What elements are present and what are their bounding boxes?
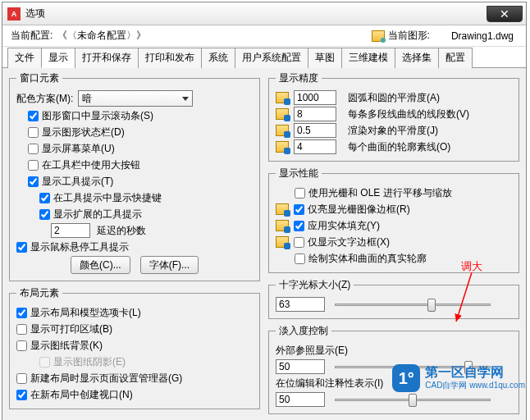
precision-1-label: 每条多段线曲线的线段数(V) (348, 107, 469, 121)
tab-0[interactable]: 文件 (7, 48, 42, 68)
layout-item-3-label: 显示图纸阴影(E) (53, 355, 126, 369)
window-item-3-checkbox[interactable] (28, 160, 39, 171)
performance-4-checkbox[interactable] (295, 253, 305, 264)
color-scheme-select[interactable]: 暗 (78, 90, 193, 107)
window-item-0-label: 图形窗口中显示滚动条(S) (42, 109, 153, 123)
performance-2-label: 应用实体填充(Y) (308, 219, 380, 233)
display-precision-group: 显示精度 1000圆弧和圆的平滑度(A)8每条多段线曲线的线段数(V)0.5渲染… (268, 71, 519, 162)
titlebar: A 选项 ✕ (2, 2, 526, 25)
window-item-3-label: 在工具栏中使用大按钮 (42, 158, 140, 172)
tab-2[interactable]: 打开和保存 (75, 48, 139, 68)
color-scheme-label: 配色方案(M): (16, 92, 73, 106)
window-item-1-checkbox[interactable] (28, 127, 39, 138)
hover-tooltip-label: 显示鼠标悬停工具提示 (30, 240, 129, 254)
precision-1-input[interactable]: 8 (294, 107, 336, 121)
close-button[interactable]: ✕ (487, 6, 523, 22)
window-elements-group: 窗口元素 配色方案(M): 暗 图形窗口中显示滚动条(S)显示图形状态栏(D)显… (9, 71, 260, 281)
performance-1-checkbox[interactable] (294, 204, 304, 215)
performance-4-label: 绘制实体和曲面的真实轮廓 (308, 252, 427, 266)
performance-0-label: 使用光栅和 OLE 进行平移与缩放 (308, 186, 452, 200)
display-performance-legend: 显示性能 (276, 167, 322, 180)
chevron-down-icon (182, 97, 189, 101)
performance-icon (276, 220, 289, 231)
tab-4[interactable]: 系统 (201, 48, 235, 68)
performance-icon (276, 203, 289, 215)
hover-tooltip-checkbox[interactable] (16, 242, 27, 253)
layout-item-4-checkbox[interactable] (16, 373, 27, 384)
layout-item-5-checkbox[interactable] (16, 390, 27, 400)
window-elements-legend: 窗口元素 (16, 71, 62, 85)
tab-1[interactable]: 显示 (41, 48, 75, 68)
current-profile-value: 《〈未命名配置〉》 (57, 29, 146, 43)
precision-3-label: 每个曲面的轮廓素线(O) (348, 140, 450, 154)
layout-item-2-checkbox[interactable] (16, 340, 27, 351)
display-precision-legend: 显示精度 (276, 71, 322, 85)
precision-icon (276, 108, 289, 120)
app-logo-icon: A (7, 7, 21, 21)
precision-3-input[interactable]: 4 (294, 139, 336, 154)
precision-2-input[interactable]: 0.5 (294, 123, 336, 138)
tab-7[interactable]: 三维建模 (341, 48, 395, 68)
inplace-fade-label: 在位编辑和注释性表示(I) (276, 377, 383, 390)
performance-icon (276, 236, 289, 248)
window-item-5-checkbox[interactable] (39, 193, 50, 203)
colors-button[interactable]: 颜色(C)... (71, 256, 130, 274)
tab-3[interactable]: 打印和发布 (138, 48, 202, 68)
window-item-4-label: 显示工具提示(T) (42, 175, 113, 189)
layout-item-0-label: 显示布局和模型选项卡(L) (30, 306, 141, 320)
window-item-1-label: 显示图形状态栏(D) (42, 126, 125, 139)
xref-fade-label: 外部参照显示(E) (276, 344, 348, 358)
window-title: 选项 (25, 7, 487, 21)
precision-0-input[interactable]: 1000 (294, 90, 336, 105)
layout-elements-legend: 布局元素 (16, 286, 62, 300)
current-profile-label: 当前配置: (11, 29, 53, 43)
fonts-button[interactable]: 字体(F)... (140, 256, 199, 274)
window-item-6-label: 显示扩展的工具提示 (53, 208, 142, 221)
display-performance-group: 显示性能 使用光栅和 OLE 进行平移与缩放仅亮显光栅图像边框(R)应用实体填充… (268, 167, 519, 273)
tab-8[interactable]: 选择集 (395, 48, 439, 68)
performance-1-label: 仅亮显光栅图像边框(R) (308, 203, 410, 217)
layout-item-0-checkbox[interactable] (16, 308, 27, 318)
xref-fade-input[interactable]: 50 (276, 359, 325, 374)
inplace-fade-input[interactable]: 50 (276, 392, 325, 407)
crosshair-size-legend: 十字光标大小(Z) (276, 278, 354, 292)
crosshair-size-group: 十字光标大小(Z) 63 (268, 278, 519, 319)
layout-item-5-label: 在新布局中创建视口(N) (30, 388, 133, 402)
delay-seconds-label: 延迟的秒数 (97, 224, 146, 238)
crosshair-size-slider[interactable] (335, 297, 491, 312)
window-item-4-checkbox[interactable] (28, 176, 39, 187)
tab-5[interactable]: 用户系统配置 (235, 48, 308, 68)
layout-item-1-label: 显示可打印区域(B) (30, 322, 112, 336)
inplace-fade-slider[interactable] (335, 392, 491, 407)
tab-6[interactable]: 草图 (308, 48, 342, 68)
window-item-2-label: 显示屏幕菜单(U) (42, 142, 115, 156)
performance-3-label: 仅显示文字边框(X) (308, 235, 390, 249)
precision-0-label: 圆弧和圆的平滑度(A) (348, 91, 440, 105)
fade-control-legend: 淡入度控制 (276, 324, 331, 338)
watermark: 1° 第一区自学网 CAD自学网 www.d1qu.com (392, 364, 525, 392)
window-item-2-checkbox[interactable] (28, 144, 39, 154)
watermark-badge-icon: 1° (392, 364, 420, 392)
layout-item-3-checkbox[interactable] (39, 357, 50, 368)
layout-elements-group: 布局元素 显示布局和模型选项卡(L)显示可打印区域(B)显示图纸背景(K)显示图… (9, 286, 260, 409)
drawing-icon (372, 30, 385, 42)
precision-icon (276, 92, 289, 103)
current-drawing-value: Drawing1.dwg (451, 30, 514, 42)
performance-3-checkbox[interactable] (294, 237, 304, 248)
precision-2-label: 渲染对象的平滑度(J) (348, 124, 438, 138)
precision-icon (276, 125, 289, 136)
window-item-6-checkbox[interactable] (39, 209, 50, 220)
performance-2-checkbox[interactable] (294, 221, 304, 231)
tab-9[interactable]: 配置 (438, 48, 473, 68)
crosshair-size-input[interactable]: 63 (276, 297, 325, 312)
delay-seconds-input[interactable]: 2 (51, 223, 90, 238)
window-item-5-label: 在工具提示中显示快捷键 (53, 191, 162, 205)
layout-item-1-checkbox[interactable] (16, 324, 27, 335)
window-item-0-checkbox[interactable] (28, 111, 39, 121)
layout-item-4-label: 新建布局时显示页面设置管理器(G) (30, 372, 182, 386)
precision-icon (276, 141, 289, 153)
performance-0-checkbox[interactable] (295, 188, 305, 199)
current-drawing-label: 当前图形: (388, 29, 430, 43)
layout-item-2-label: 显示图纸背景(K) (30, 339, 103, 353)
